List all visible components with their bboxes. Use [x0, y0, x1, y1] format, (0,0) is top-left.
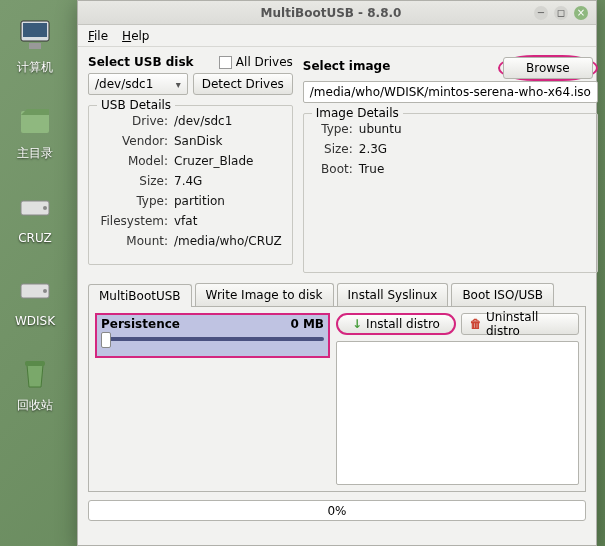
uninstall-distro-button[interactable]: 🗑 Uninstall distro [461, 313, 579, 335]
close-button[interactable]: × [574, 6, 588, 20]
desktop-icon-computer[interactable]: 计算机 [0, 15, 70, 76]
svg-point-7 [43, 289, 47, 293]
svg-rect-2 [29, 43, 41, 49]
progress-bar: 0% [88, 500, 586, 521]
menu-file[interactable]: File [88, 29, 108, 43]
app-window: MultiBootUSB - 8.8.0 − ◻ × File Help Sel… [77, 0, 597, 546]
all-drives-label: All Drives [236, 55, 293, 69]
browse-button[interactable]: Browse [503, 57, 593, 79]
maximize-button[interactable]: ◻ [554, 6, 568, 20]
menubar: File Help [78, 25, 596, 47]
trash-icon: 🗑 [470, 317, 482, 331]
installed-distro-list[interactable] [336, 341, 579, 485]
download-icon: ↓ [352, 317, 362, 331]
desktop-icons: 计算机 主目录 CRUZ WDISK 回收站 [0, 0, 70, 439]
select-usb-label: Select USB disk [88, 55, 194, 69]
tab-multibootusb[interactable]: MultiBootUSB [88, 284, 192, 307]
detect-drives-button[interactable]: Detect Drives [193, 73, 293, 95]
select-image-label: Select image [303, 59, 391, 73]
menu-help[interactable]: Help [122, 29, 149, 43]
tab-bar: MultiBootUSB Write Image to disk Install… [88, 283, 586, 307]
install-distro-button[interactable]: ↓ Install distro [336, 313, 456, 335]
svg-rect-8 [25, 361, 45, 366]
persistence-label: Persistence [101, 317, 180, 331]
desktop-icon-drive-wdisk[interactable]: WDISK [0, 270, 70, 328]
tab-boot-iso[interactable]: Boot ISO/USB [451, 283, 554, 306]
titlebar[interactable]: MultiBootUSB - 8.8.0 − ◻ × [78, 1, 596, 25]
svg-point-5 [43, 206, 47, 210]
all-drives-checkbox[interactable] [219, 56, 232, 69]
minimize-button[interactable]: − [534, 6, 548, 20]
persistence-panel: Persistence 0 MB [95, 313, 330, 358]
desktop-icon-trash[interactable]: 回收站 [0, 353, 70, 414]
desktop-icon-home[interactable]: 主目录 [0, 101, 70, 162]
tab-content: Persistence 0 MB ↓ Install distro 🗑 Unin… [88, 307, 586, 492]
persistence-slider[interactable] [101, 337, 324, 341]
tab-install-syslinux[interactable]: Install Syslinux [337, 283, 449, 306]
image-details-title: Image Details [312, 106, 403, 120]
persistence-value: 0 MB [290, 317, 324, 331]
tab-write-image[interactable]: Write Image to disk [195, 283, 334, 306]
svg-rect-1 [23, 23, 47, 37]
image-path-field[interactable]: /media/who/WDISK/mintos-serena-who-x64.i… [303, 81, 598, 103]
window-title: MultiBootUSB - 8.8.0 [128, 6, 534, 20]
usb-device-dropdown[interactable]: /dev/sdc1 [88, 73, 188, 95]
desktop-icon-drive-cruz[interactable]: CRUZ [0, 187, 70, 245]
usb-details-title: USB Details [97, 98, 175, 112]
